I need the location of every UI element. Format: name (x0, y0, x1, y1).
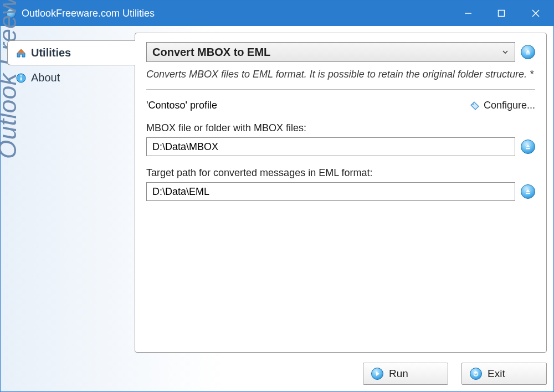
power-icon (470, 368, 482, 380)
home-icon (16, 48, 27, 59)
configure-link[interactable]: Configure... (469, 100, 535, 111)
tab-about-label: About (31, 71, 60, 84)
eject-icon (524, 143, 532, 151)
field-target-label: Target path for converted messages in EM… (146, 167, 535, 179)
profile-row: 'Contoso' profile Configure... (146, 100, 535, 111)
field-target: Target path for converted messages in EM… (146, 167, 535, 201)
main-layout: Utilities About Convert MBOX to EML (7, 33, 547, 353)
svg-rect-6 (20, 77, 22, 80)
tag-icon (469, 100, 480, 111)
eject-icon (524, 48, 532, 56)
profile-label: 'Contoso' profile (146, 100, 217, 111)
mbox-path-input[interactable] (146, 137, 515, 156)
chevron-down-icon (501, 48, 509, 56)
tab-utilities-label: Utilities (31, 47, 71, 59)
target-browse-button[interactable] (521, 184, 535, 199)
svg-point-8 (473, 103, 474, 105)
window-controls (452, 1, 553, 26)
svg-rect-10 (526, 193, 530, 194)
utility-header-row: Convert MBOX to EML (146, 42, 535, 62)
maximize-button[interactable] (485, 1, 518, 26)
svg-point-5 (20, 75, 22, 76)
play-icon (371, 368, 383, 380)
utility-description: Converts MBOX files to EML format. It is… (146, 68, 535, 90)
svg-rect-9 (526, 148, 530, 149)
titlebar[interactable]: OutlookFreeware.com Utilities (1, 1, 553, 26)
app-window: OutlookFreeware.com Utilities Outlook Fr… (0, 0, 554, 392)
utility-eject-button[interactable] (521, 45, 535, 59)
tab-about[interactable]: About (7, 65, 135, 90)
minimize-button[interactable] (452, 1, 485, 26)
eject-icon (524, 188, 532, 195)
client-area: Outlook Freeware .com Utilities About (1, 26, 553, 391)
sidebar-tabs: Utilities About (7, 33, 135, 353)
close-button[interactable] (518, 1, 553, 26)
svg-rect-1 (499, 11, 505, 17)
mbox-browse-button[interactable] (521, 140, 535, 154)
run-button-label: Run (389, 368, 408, 380)
target-path-input[interactable] (146, 182, 515, 201)
configure-label: Configure... (484, 100, 535, 111)
close-icon (531, 9, 540, 18)
app-icon (6, 8, 16, 18)
svg-rect-7 (526, 54, 530, 55)
exit-button-label: Exit (488, 368, 505, 380)
run-button[interactable]: Run (363, 363, 448, 385)
maximize-icon (497, 9, 505, 17)
field-mbox-label: MBOX file or folder with MBOX files: (146, 122, 535, 134)
content-panel: Convert MBOX to EML Converts MBOX files … (135, 33, 547, 353)
utility-name: Convert MBOX to EML (152, 46, 270, 59)
field-mbox: MBOX file or folder with MBOX files: (146, 122, 535, 156)
exit-button[interactable]: Exit (461, 363, 547, 385)
window-title: OutlookFreeware.com Utilities (22, 8, 452, 19)
footer-buttons: Run Exit (363, 363, 547, 385)
info-icon (16, 73, 27, 84)
minimize-icon (464, 9, 472, 17)
tab-utilities[interactable]: Utilities (7, 40, 135, 65)
utility-selector[interactable]: Convert MBOX to EML (146, 42, 515, 62)
